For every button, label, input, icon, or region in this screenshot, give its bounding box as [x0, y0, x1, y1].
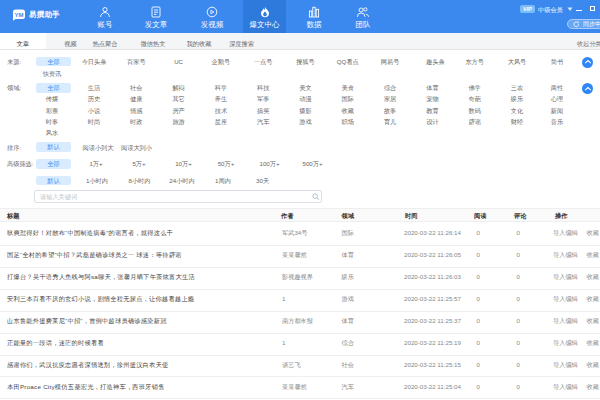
svg-text:YM: YM [15, 12, 24, 18]
